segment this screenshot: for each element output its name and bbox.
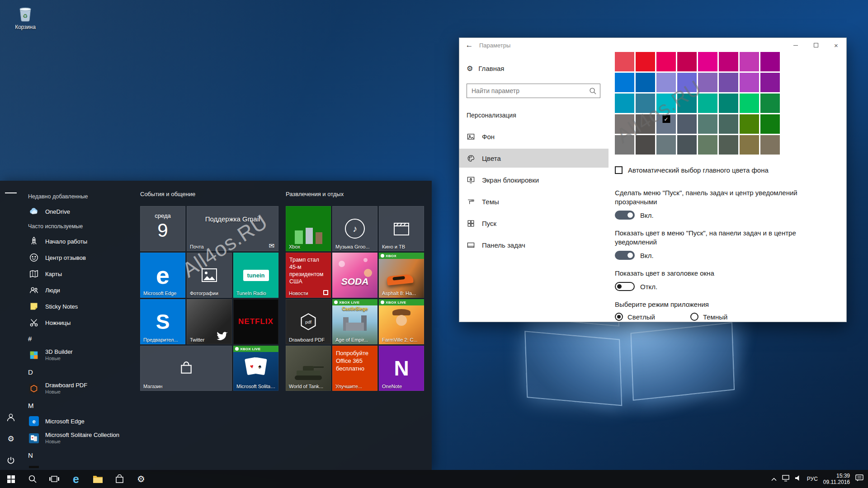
color-swatch-E3008C[interactable] [698,52,717,71]
color-swatch-9A0089[interactable] [760,52,780,71]
tile-drawboard[interactable]: pdfDrawboard PDF [286,299,331,344]
color-swatch-E81123[interactable] [636,52,655,71]
toggle-switch-2[interactable] [615,282,635,291]
tile-soda[interactable]: SODA [332,253,377,298]
power-icon[interactable] [5,455,17,465]
tile-netflix[interactable]: NETFLIX [233,299,278,344]
store-taskbar-button[interactable] [108,470,130,488]
color-swatch-00B7C3[interactable] [656,94,676,113]
search-input[interactable] [467,84,600,98]
tile-photos[interactable]: Фотографии [187,253,232,298]
tile-movies[interactable]: Кино и ТВ [379,206,424,251]
volume-icon[interactable] [795,475,802,483]
tray-chevron-icon[interactable] [771,475,777,483]
tile-store[interactable]: Магазин [140,346,232,391]
color-swatch-00CC6A[interactable] [740,94,759,113]
settings-nav-панель-задач[interactable]: Панель задач [459,235,609,254]
color-swatch-7A7574[interactable] [615,114,634,134]
tile-twitter[interactable]: Twitter [187,299,232,344]
close-button[interactable]: × [826,38,846,52]
minimize-button[interactable] [785,38,806,52]
color-swatch-525E54[interactable] [719,135,738,155]
app-list-item-центр-отзывов[interactable]: Центр отзывов [25,249,137,266]
color-swatch-018574[interactable] [719,94,738,113]
app-list-item-microsoft-solitaire-collection[interactable]: ♥Microsoft Solitaire CollectionНовые [25,429,137,447]
color-swatch-744DA9[interactable] [719,73,738,92]
color-swatch-7E735F[interactable] [760,135,780,155]
settings-nav-экран-блокировки[interactable]: Экран блокировки [459,170,609,189]
app-list-item-sticky-notes[interactable]: Sticky Notes [25,298,137,314]
color-swatch-6B69D6[interactable] [677,73,697,92]
color-swatch-B146C2[interactable] [740,73,759,92]
start-button[interactable] [0,470,22,488]
color-swatch-107C10[interactable] [760,114,780,134]
app-list-item-3d-builder[interactable]: 3D BuilderНовые [25,346,137,364]
toggle-switch-0[interactable] [615,211,635,220]
color-swatch-8E8CD8[interactable] [656,73,676,92]
color-swatch-5D5A58[interactable] [636,114,655,134]
color-swatch-4A5459[interactable] [677,135,697,155]
color-swatch-C239B3[interactable] [740,52,759,71]
color-swatch-515C6B[interactable] [677,114,697,134]
color-swatch-68768A[interactable]: ✓ [656,114,676,134]
color-swatch-4C4A48[interactable] [636,135,655,155]
color-swatch-0063B1[interactable] [636,73,655,92]
color-swatch-EA005E[interactable] [656,52,676,71]
auto-color-checkbox[interactable]: Автоматический выбор главного цвета фона [615,166,832,174]
color-swatch-69797E[interactable] [656,135,676,155]
recycle-bin[interactable]: ♻ Корзина [11,5,40,30]
settings-rail-icon[interactable]: ⚙ [5,434,17,444]
app-list-item-netflix[interactable]: NNetflix [25,463,137,468]
app-list-item-люди[interactable]: Люди [25,282,137,298]
settings-nav-цвета[interactable]: Цвета [459,149,609,168]
toggle-switch-1[interactable] [615,251,635,260]
edge-taskbar-button[interactable]: e [65,470,87,488]
tile-calendar[interactable]: среда9 [140,206,185,251]
color-swatch-10893E[interactable] [760,94,780,113]
user-avatar-icon[interactable] [5,412,17,422]
color-swatch-567C73[interactable] [698,114,717,134]
color-swatch-2D7D9A[interactable] [636,94,655,113]
settings-nav-пуск[interactable]: Пуск [459,214,609,233]
tile-castle[interactable]: CastleSiegeXBOX LIVEAge of Empir... [332,299,377,344]
color-swatch-498205[interactable] [740,114,759,134]
color-swatch-767676[interactable] [615,135,634,155]
color-swatch-8764B8[interactable] [698,73,717,92]
settings-taskbar-button[interactable]: ⚙ [130,470,152,488]
app-list-item-onedrive[interactable]: OneDrive [25,203,137,220]
color-swatch-E74856[interactable] [615,52,634,71]
maximize-button[interactable] [806,38,826,52]
app-list-item-drawboard-pdf[interactable]: Drawboard PDFНовые [25,380,137,398]
color-swatch-847545[interactable] [740,135,759,155]
tile-groove[interactable]: ♪Музыка Groo... [332,206,377,251]
file-explorer-button[interactable] [87,470,108,488]
tile-office[interactable]: Попробуйте Office 365 бесплатноУлучшите.… [332,346,377,391]
radio-светлый[interactable]: Светлый [615,313,655,321]
tile-skype[interactable]: SПредварител... [140,299,185,344]
task-view-button[interactable] [43,470,65,488]
settings-nav-фон[interactable]: Фон [459,127,609,146]
action-center-button[interactable] [855,474,863,483]
network-icon[interactable] [782,475,789,483]
settings-nav-темы[interactable]: Темы [459,192,609,211]
radio-темный[interactable]: Темный [690,313,727,321]
color-swatch-C30052[interactable] [677,52,697,71]
tile-edge[interactable]: eMicrosoft Edge [140,253,185,298]
color-swatch-881798[interactable] [760,73,780,92]
tile-tunein[interactable]: tuneinTuneIn Radio [233,253,278,298]
app-list-item-microsoft-edge[interactable]: eMicrosoft Edge [25,413,137,429]
tile-mail[interactable]: Поддержка Gmail✉Почта [187,206,278,251]
hamburger-icon[interactable] [5,188,17,198]
color-swatch-00B294[interactable] [698,94,717,113]
language-indicator[interactable]: РУС [807,476,818,482]
app-list-item-начало-работы[interactable]: Начало работы [25,233,137,249]
app-list-item-ножницы[interactable]: Ножницы [25,314,137,331]
tile-xbox[interactable]: Xbox [286,206,331,251]
settings-home[interactable]: ⚙ Главная [459,64,609,73]
color-swatch-0078D7[interactable] [615,73,634,92]
back-button[interactable]: ← [459,38,479,52]
color-swatch-647C64[interactable] [698,135,717,155]
tile-tanks[interactable]: World of Tank... [286,346,331,391]
tile-news[interactable]: Трамп стал 45-м президентом СШАНовости [286,253,331,298]
color-swatch-0099BC[interactable] [615,94,634,113]
